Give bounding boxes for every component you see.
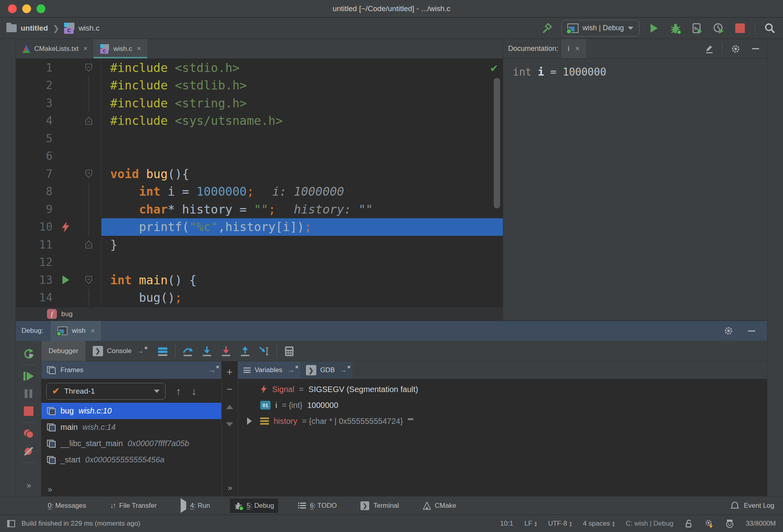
close-tab-icon[interactable]: ×	[83, 45, 88, 53]
breakpoint-icon[interactable]	[55, 221, 76, 233]
breadcrumb-file[interactable]: wish.c	[78, 24, 99, 33]
gear-icon[interactable]	[729, 42, 742, 56]
step-over-icon[interactable]	[181, 344, 195, 358]
mute-breakpoints-icon[interactable]	[22, 443, 35, 460]
editor-code[interactable]: 1#include <stdio.h>2#include <stdlib.h>3…	[16, 59, 503, 307]
tool-window-button-cmake[interactable]: CMake	[419, 499, 460, 513]
code-text[interactable]: #include <string.h>	[101, 94, 503, 112]
gutter[interactable]: 14	[16, 289, 101, 307]
fold-marker-icon[interactable]	[76, 236, 101, 254]
hide-panel-icon[interactable]	[745, 324, 758, 338]
close-window-button[interactable]	[8, 4, 17, 13]
code-text[interactable]: #include <sys/utsname.h>	[101, 112, 503, 130]
editor-scrollbar[interactable]	[494, 78, 500, 208]
code-text[interactable]: #include <stdlib.h>	[101, 77, 503, 95]
breadcrumb-function[interactable]: bug	[61, 310, 72, 318]
tab-cmakelists[interactable]: CMakeLists.txt ×	[16, 39, 93, 58]
tab-debugger[interactable]: Debugger	[41, 341, 86, 361]
step-out-icon[interactable]	[238, 344, 252, 358]
tool-stripe-1-project[interactable]	[0, 39, 16, 52]
gutter[interactable]: 4	[16, 112, 101, 130]
run-button[interactable]	[647, 21, 661, 35]
active-configuration[interactable]: C: wish | Debug	[626, 520, 674, 528]
build-hammer-icon[interactable]	[540, 21, 553, 35]
resume-program-icon[interactable]	[22, 367, 35, 385]
tool-window-button-terminal[interactable]: ❯Terminal	[356, 499, 403, 513]
memory-indicator[interactable]: 33/8000M	[746, 520, 776, 528]
next-frame-icon[interactable]: ↓	[191, 385, 197, 398]
tab-wish-c[interactable]: C wish.c ×	[93, 39, 147, 58]
tab-gdb[interactable]: ❯ GDB →	[300, 361, 353, 379]
unlock-icon[interactable]	[684, 519, 693, 528]
frames-more-icon[interactable]: »	[48, 485, 51, 494]
frame-row[interactable]: bugwish.c:10	[41, 403, 221, 419]
code-text[interactable]	[101, 148, 503, 165]
documentation-tab-i[interactable]: i ×	[561, 39, 586, 58]
force-step-into-icon[interactable]	[219, 344, 233, 358]
debug-button[interactable]	[669, 21, 682, 35]
jump-to-output-icon[interactable]: →	[136, 347, 144, 355]
frame-row[interactable]: __libc_start_main0x00007ffff7a05b	[41, 435, 221, 452]
fold-marker-icon[interactable]	[76, 59, 101, 77]
run-configuration-select[interactable]: wish | Debug	[561, 20, 639, 37]
more-actions-icon[interactable]: »	[22, 476, 35, 494]
thread-select[interactable]: ✔ Thread-1	[46, 383, 166, 400]
variable-row[interactable]: Signal= SIGSEGV (Segmentation fault)	[238, 381, 767, 397]
tool-window-button-6-todo[interactable]: 6: TODO	[294, 499, 341, 513]
zoom-window-button[interactable]	[37, 4, 45, 13]
background-tasks-icon[interactable]	[704, 519, 714, 528]
jump-to-source-icon[interactable]: →	[208, 366, 216, 375]
code-text[interactable]	[101, 254, 503, 272]
code-text[interactable]	[101, 130, 503, 148]
close-tab-icon[interactable]: ×	[575, 45, 580, 53]
gutter[interactable]: 13	[16, 271, 101, 289]
indent-widget[interactable]: 4 spaces ▴▾	[583, 520, 615, 528]
toggle-tool-windows-icon[interactable]	[7, 520, 15, 527]
watches-more-icon[interactable]: »	[222, 479, 238, 496]
tool-window-button-5-debug[interactable]: 5: Debug	[230, 499, 278, 513]
variable-row[interactable]: history= {char * | 0x555555554724} ""	[238, 413, 767, 429]
frame-row[interactable]: _start0x000055555555456a	[41, 452, 221, 468]
edit-source-icon[interactable]	[702, 42, 716, 56]
gutter[interactable]: 8	[16, 183, 101, 201]
evaluate-expression-icon[interactable]	[282, 344, 296, 358]
expand-icon[interactable]	[243, 417, 255, 425]
close-tab-icon[interactable]: ×	[91, 327, 95, 335]
debug-session-tab[interactable]: wish ×	[51, 321, 101, 341]
tool-window-button-4-run[interactable]: 4: Run	[177, 499, 214, 513]
remove-watch-icon[interactable]: −	[222, 381, 238, 398]
code-text[interactable]: #include <stdio.h>	[101, 59, 503, 77]
highlighting-level-icon[interactable]	[725, 519, 734, 528]
gutter[interactable]: 9	[16, 200, 101, 218]
run-with-coverage-button[interactable]	[690, 21, 704, 35]
fold-marker-icon[interactable]	[76, 112, 101, 130]
rerun-icon[interactable]	[22, 345, 35, 362]
line-separator-widget[interactable]: LF ▴▾	[524, 520, 537, 528]
encoding-widget[interactable]: UTF-8 ▴▾	[548, 520, 572, 528]
search-everywhere-icon[interactable]	[763, 21, 777, 35]
stop-button[interactable]	[733, 21, 747, 35]
pause-program-icon[interactable]	[22, 385, 35, 402]
code-text[interactable]: bug();	[101, 289, 503, 307]
tool-window-button-0-messages[interactable]: 0: Messages	[40, 499, 90, 513]
gutter[interactable]: 5	[16, 130, 101, 148]
frame-row[interactable]: mainwish.c:14	[41, 419, 221, 435]
code-text[interactable]: void bug(){	[101, 165, 503, 183]
code-text[interactable]: int main() {	[101, 271, 503, 289]
code-text[interactable]: printf("%c",history[i]);	[101, 218, 503, 236]
fold-marker-icon[interactable]	[76, 271, 101, 289]
gutter[interactable]: 11	[16, 236, 101, 254]
gutter[interactable]: 6	[16, 148, 101, 165]
view-breakpoints-icon[interactable]	[22, 425, 35, 443]
gutter[interactable]: 12	[16, 254, 101, 272]
tool-window-button-file-transfer[interactable]: ↓↑File Transfer	[106, 499, 160, 513]
fold-marker-icon[interactable]	[76, 165, 101, 183]
step-into-icon[interactable]	[200, 344, 214, 358]
code-text[interactable]: char* history = "";history: ""	[101, 200, 503, 218]
variable-row[interactable]: 01i= {int} 1000000	[238, 397, 767, 413]
show-execution-point-icon[interactable]	[156, 344, 169, 358]
stop-process-icon[interactable]	[22, 402, 35, 420]
gutter[interactable]: 3	[16, 94, 101, 112]
previous-frame-icon[interactable]: ↑	[176, 385, 181, 398]
jump-to-source-icon[interactable]: →	[287, 366, 295, 375]
